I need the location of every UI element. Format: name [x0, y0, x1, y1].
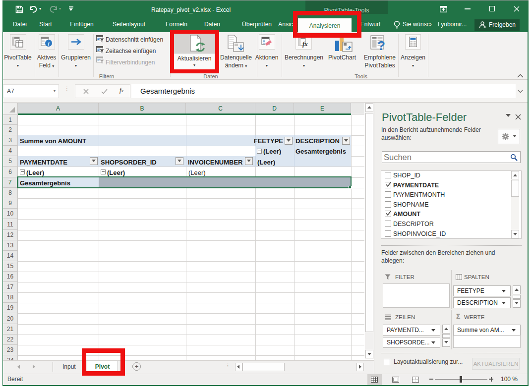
svg-text:?: ?	[377, 38, 385, 53]
svg-text:fx: fx	[302, 40, 308, 48]
